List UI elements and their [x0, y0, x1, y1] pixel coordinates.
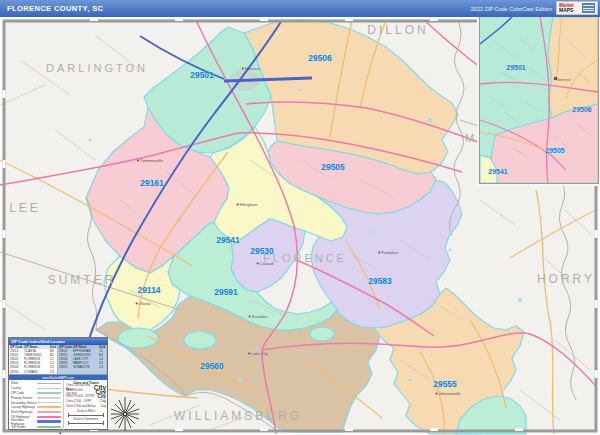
zip-index-left: ZIP CodeZIP NameGrid29114OLANTAB329161TI…: [9, 345, 58, 374]
legend-city-size-row: Cities 2,500 and BelowCity: [66, 403, 106, 408]
scale-label: Scale in Miles: [66, 409, 106, 413]
scale-block: Scale in Miles: [66, 409, 106, 416]
zip-table-row: 29530COWARDC3: [9, 370, 57, 374]
legend-row-label: Secondary Streets: [11, 401, 37, 405]
zip-table-cell: COWARD: [24, 370, 50, 374]
legend-city-size-row: Cities 10,000 - 49,999City: [66, 394, 106, 399]
legend-line-sample: [37, 383, 61, 384]
legend-title: ZIP Code Index/Grid Locator: [9, 338, 107, 345]
zip-table-cell: SCRANTON: [73, 365, 99, 369]
city-size-label: Cities 2,500 - 9,999: [66, 399, 91, 403]
city-size-label: Cities 10,000 - 49,999: [66, 394, 94, 398]
legend-cities-section: Cities and Towns Cities 250,000 and Abov…: [63, 380, 107, 430]
legend-line-samples: StateCountyZIP CodePrimary StreetsSecond…: [9, 380, 63, 430]
logo-mark-icon: [582, 3, 595, 13]
legend: ZIP Code Index/Grid Locator ZIP CodeZIP …: [8, 337, 108, 430]
legend-row-label: Primary Streets: [11, 396, 37, 400]
header-bar: FLORENCE COUNTY, SC 2022 ZIP Code ColorC…: [0, 0, 600, 17]
city-size-label: Cities 2,500 and Below: [66, 404, 96, 408]
zip-table-cell: C3: [99, 365, 106, 369]
legend-row-toll-roads: Toll Roads: [11, 424, 62, 429]
legend-line-sample: [37, 397, 61, 399]
city-size-sample: City: [101, 404, 107, 408]
zip-table-cell: 29591: [58, 365, 73, 369]
legend-line-sample: [37, 392, 61, 394]
zip-table-cell: 29530: [9, 370, 24, 374]
zip-table-row: 29591SCRANTONC3: [58, 365, 106, 369]
edition-label: 2022 ZIP Code ColorCast Edition: [471, 6, 552, 12]
legend-line-sample: [37, 402, 61, 403]
legend-row-label: County Highways: [11, 405, 37, 409]
legend-line-sample: [37, 426, 61, 428]
inset-svg: [480, 17, 598, 183]
legend-line-sample: [37, 388, 61, 389]
inset-map: [479, 16, 599, 184]
inset-region-29506: [548, 17, 598, 118]
zip-table-cell: C3: [50, 370, 57, 374]
scale-bar: [68, 423, 104, 424]
marketmaps-logo: Market MAPS: [556, 1, 598, 15]
zip-index-right: ZIP CodeZIP NameGrid29541EFFINGHAMC22955…: [58, 345, 107, 374]
legend-row-label: State: [11, 381, 37, 385]
legend-line-sample: [37, 420, 61, 423]
zip-index-table: ZIP CodeZIP NameGrid29114OLANTAB329161TI…: [9, 345, 107, 375]
city-size-sample: City: [99, 399, 106, 403]
legend-city-size-row: Cities 2,500 - 9,999City: [66, 399, 106, 404]
scale-label: Scale in Kilometers: [66, 417, 106, 421]
page-title: FLORENCE COUNTY, SC: [7, 4, 103, 13]
legend-row-label: County: [11, 386, 37, 390]
legend-row-label: Toll Roads: [11, 425, 37, 429]
inset-florence-marker: [554, 77, 557, 80]
zip-patch-mint-2: [184, 331, 216, 349]
scale-bar: [68, 415, 104, 416]
logo-brand-bottom: MAPS: [559, 8, 574, 12]
scale-block: Scale in Kilometers: [66, 417, 106, 424]
legend-row-label: State Highways: [11, 410, 37, 414]
legend-row-label: ZIP Code: [11, 391, 37, 395]
zip-patch-mint-3: [310, 327, 334, 341]
legend-line-sample: [37, 411, 61, 413]
page: { "header": { "title": "FLORENCE COUNTY,…: [0, 0, 600, 435]
legend-line-sample: [37, 406, 61, 408]
legend-line-sample: [37, 416, 61, 418]
